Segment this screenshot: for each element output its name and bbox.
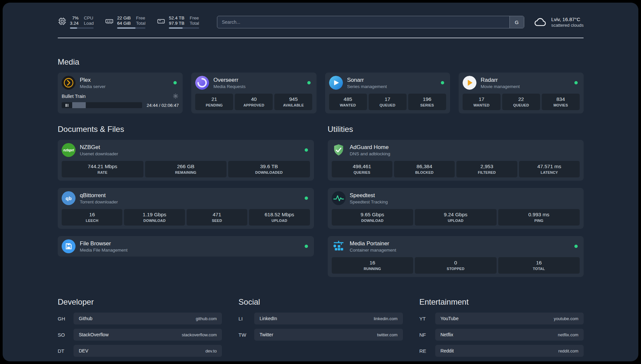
bookmark-abbr: RE — [419, 348, 435, 354]
service-card-qbittorrent[interactable]: qb qBittorrent Torrent downloader 16 LEE… — [58, 188, 314, 229]
bookmark-name: LinkedIn — [259, 316, 277, 321]
status-dot — [441, 81, 444, 84]
bookmark-group-social: Social LI LinkedInlinkedin.com TW Twitte… — [238, 297, 403, 357]
bookmark-name: Netflix — [441, 332, 453, 337]
service-name: qBittorrent — [80, 192, 118, 199]
qbittorrent-icon: qb — [62, 191, 76, 205]
overseerr-icon — [195, 76, 209, 90]
topbar-divider — [58, 38, 584, 38]
bookmark-reddit[interactable]: RE Redditreddit.com — [419, 345, 584, 357]
cpu-usage-bar — [70, 27, 94, 29]
search-input[interactable] — [217, 16, 509, 28]
disk-total-label: Total — [190, 21, 199, 26]
bookmark-url: youtube.com — [554, 316, 578, 321]
stat-block: 618.52 Mbps UPLOAD — [249, 209, 310, 226]
service-card-speedtest[interactable]: Speedtest Speedtest Tracking 9.65 Gbps D… — [328, 188, 584, 229]
service-description: Torrent downloader — [80, 199, 118, 204]
cpu-load-label: Load — [84, 21, 94, 26]
bookmark-url: dev.to — [205, 349, 217, 353]
stat-block: 16 LEECH — [62, 209, 122, 226]
disk-free: 52.4 TB — [169, 15, 184, 20]
bookmark-twitter[interactable]: TW Twittertwitter.com — [238, 329, 403, 341]
top-bar: 7% CPU 3.24 Load 22 GiB Free — [58, 15, 584, 29]
bookmark-abbr: TW — [238, 332, 254, 338]
service-card-portainer[interactable]: Media Portainer Container management 16 … — [328, 236, 584, 277]
service-description: Media File Management — [80, 248, 128, 253]
disk-widget: 52.4 TB Free 97.9 TB Total — [157, 15, 199, 29]
stat-block: 22 QUEUED — [502, 94, 540, 110]
playback-progress-bar[interactable] — [72, 102, 142, 108]
pause-button[interactable] — [62, 102, 72, 108]
bookmark-url: linkedin.com — [374, 316, 397, 321]
service-card-nzbget[interactable]: nzbget NZBGet Usenet downloader 744.21 M… — [58, 140, 314, 181]
stat-block: 9.65 Gbps DOWNLOAD — [332, 209, 413, 226]
stat-block: 47.571 ms LATENCY — [519, 161, 580, 177]
sonarr-icon — [329, 76, 343, 90]
search-provider-button[interactable]: G — [509, 16, 524, 28]
service-card-radarr[interactable]: Radarr Movie management 17 WANTED 22 QUE… — [459, 73, 584, 113]
bookmark-name: StackOverflow — [79, 332, 108, 337]
filebrowser-icon — [62, 239, 76, 253]
stat-block: 498,461 QUERIES — [332, 161, 392, 177]
bookmark-url: reddit.com — [558, 349, 578, 353]
stat-block: 16 TOTAL — [498, 257, 580, 274]
cpu-load: 3.24 — [70, 21, 78, 26]
stat-block: 17 QUEUED — [369, 94, 407, 110]
settings-icon[interactable] — [172, 93, 179, 99]
stat-block: 21 PENDING — [195, 94, 233, 110]
service-card-adguard[interactable]: AdGuard Home DNS and adblocking 498,461 … — [328, 140, 584, 181]
memory-free-label: Free — [136, 15, 146, 20]
weather-location: Lviv, 16.87°C — [551, 16, 584, 22]
bookmark-youtube[interactable]: YT YouTubeyoutube.com — [419, 313, 584, 324]
bookmark-group-entertainment: Entertainment YT YouTubeyoutube.com NF N… — [419, 297, 584, 357]
disk-total: 97.9 TB — [169, 21, 184, 26]
bookmark-name: Github — [79, 316, 92, 321]
service-card-plex[interactable]: Plex Media server Bullet Train — [58, 73, 183, 113]
service-name: Plex — [80, 77, 106, 83]
service-name: File Browser — [80, 240, 128, 247]
section-title-social: Social — [238, 297, 403, 307]
now-playing-title: Bullet Train — [62, 94, 86, 99]
service-description: Speedtest Tracking — [350, 199, 388, 204]
cpu-widget: 7% CPU 3.24 Load — [58, 15, 94, 29]
bookmark-stackoverflow[interactable]: SO StackOverflowstackoverflow.com — [58, 329, 222, 341]
bookmark-abbr: GH — [58, 316, 74, 321]
service-name: AdGuard Home — [350, 144, 390, 151]
bookmark-linkedin[interactable]: LI LinkedInlinkedin.com — [238, 313, 403, 324]
portainer-icon — [332, 239, 346, 253]
bookmark-url: stackoverflow.com — [182, 332, 217, 337]
cloud-icon — [534, 15, 547, 29]
bookmark-github[interactable]: GH Githubgithub.com — [58, 313, 222, 324]
bookmark-abbr: SO — [58, 332, 74, 338]
service-card-filebrowser[interactable]: File Browser Media File Management — [58, 236, 314, 257]
section-utilities: Utilities AdGuard Home DNS and adblockin… — [328, 125, 584, 277]
section-media: Media Plex Media server — [58, 57, 584, 113]
section-documents: Documents & Files nzbget NZBGet Usenet d… — [58, 125, 314, 277]
section-title-media: Media — [58, 57, 584, 67]
status-dot — [574, 81, 578, 84]
section-title-developer: Developer — [58, 297, 222, 307]
stat-block: 0.993 ms PING — [498, 209, 580, 226]
service-card-overseerr[interactable]: Overseerr Media Requests 21 PENDING 40 A… — [191, 73, 316, 113]
stat-block: 39.6 TB DOWNLOADED — [228, 161, 310, 177]
bookmark-netflix[interactable]: NF Netflixnetflix.com — [419, 329, 584, 341]
service-name: NZBGet — [80, 144, 118, 151]
stat-block: 9.24 Gbps UPLOAD — [415, 209, 497, 226]
search-bar[interactable]: G — [217, 16, 524, 28]
service-card-sonarr[interactable]: Sonarr Series management 485 WANTED 17 Q… — [325, 73, 450, 113]
service-description: Series management — [347, 84, 387, 89]
stat-block: 16 RUNNING — [332, 257, 413, 274]
memory-usage-bar — [117, 27, 145, 29]
dashboard: 7% CPU 3.24 Load 22 GiB Free — [3, 3, 638, 361]
plex-now-playing: Bullet Train 24:44 / 02:06:47 — [62, 93, 179, 108]
memory-total-label: Total — [136, 21, 146, 26]
cpu-icon — [58, 17, 67, 26]
stat-block: 1.19 Gbps DOWNLOAD — [124, 209, 185, 226]
disk-icon — [157, 17, 166, 26]
bookmark-abbr: LI — [238, 316, 254, 321]
service-description: Media Requests — [213, 84, 246, 89]
section-title-utilities: Utilities — [328, 125, 584, 134]
status-dot — [305, 148, 308, 152]
stat-block: 0 STOPPED — [415, 257, 497, 274]
bookmark-dev[interactable]: DT DEVdev.to — [58, 345, 222, 357]
